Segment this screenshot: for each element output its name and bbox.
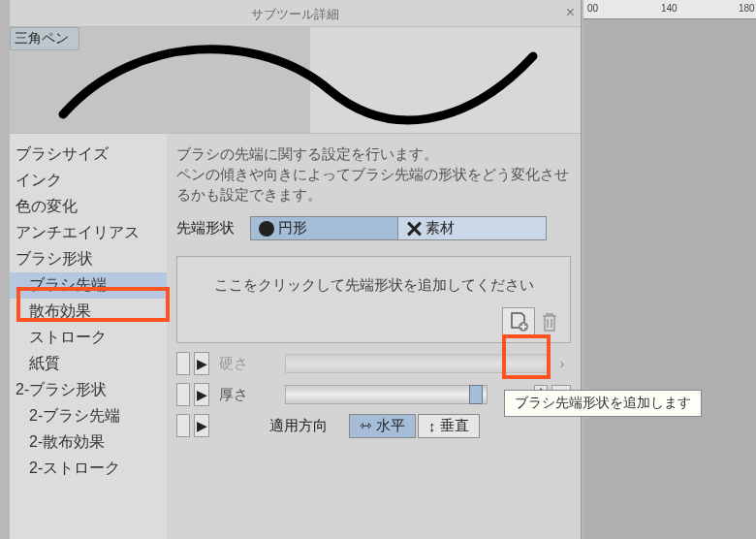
thickness-label: 厚さ: [213, 386, 281, 404]
thickness-toggle[interactable]: [176, 383, 190, 406]
slider-thumb[interactable]: [469, 385, 483, 404]
ruler-tick: 140: [661, 3, 677, 14]
category-sidebar: ブラシサイズ インク 色の変化 アンチエイリアス ブラシ形状 ブラシ先端 散布効…: [10, 134, 167, 539]
material-x-icon: [406, 221, 422, 237]
hardness-slider[interactable]: [285, 354, 550, 373]
brush-preview-area: 三角ペン: [10, 27, 581, 134]
subtool-detail-dialog: サブツール詳細 × 三角ペン ブラシサイズ インク 色の変化 アンチエイリアス …: [10, 0, 582, 539]
sidebar-item-brushtip2[interactable]: 2-ブラシ先端: [10, 403, 167, 429]
direction-label: 適用方向: [269, 417, 347, 435]
settings-main-panel: ブラシの先端に関する設定を行います。 ペンの傾きや向きによってブラシ先端の形状を…: [167, 134, 581, 539]
tip-shape-segmented: 円形 素材: [250, 216, 547, 240]
ruler-tick: 00: [587, 3, 598, 14]
sidebar-item-stroke[interactable]: ストローク: [10, 325, 167, 351]
sidebar-item-brushshape2[interactable]: 2-ブラシ形状: [10, 377, 167, 403]
horizontal-icon: ⇿: [360, 417, 372, 434]
tip-shape-material-label: 素材: [425, 219, 455, 238]
canvas-area[interactable]: [583, 19, 756, 539]
direction-toggle[interactable]: [176, 414, 190, 437]
sidebar-item-ink[interactable]: インク: [10, 168, 167, 194]
add-tip-shape-area[interactable]: ここをクリックして先端形状を追加してください: [176, 256, 571, 343]
vertical-icon: ↕: [428, 418, 436, 434]
hardness-label: 硬さ: [213, 355, 281, 373]
sidebar-item-scatter2[interactable]: 2-散布効果: [10, 429, 167, 456]
trash-icon[interactable]: [541, 311, 558, 333]
direction-vertical-label: 垂直: [440, 417, 469, 435]
tip-shape-row: 先端形状 円形 素材: [176, 216, 571, 240]
direction-expand[interactable]: ▶: [194, 414, 209, 437]
add-tip-shape-button[interactable]: [502, 307, 535, 336]
tip-shape-label: 先端形状: [176, 219, 250, 238]
sidebar-item-brushshape[interactable]: ブラシ形状: [10, 246, 167, 272]
dialog-title: サブツール詳細: [251, 7, 339, 21]
tip-shape-circle-button[interactable]: 円形: [251, 217, 398, 239]
direction-vertical-button[interactable]: ↕ 垂直: [418, 414, 480, 438]
sidebar-item-antialias[interactable]: アンチエイリアス: [10, 220, 167, 246]
hardness-more-icon[interactable]: ›: [553, 356, 571, 371]
direction-horizontal-label: 水平: [376, 417, 405, 435]
sidebar-item-paper[interactable]: 紙質: [10, 351, 167, 377]
tooltip: ブラシ先端形状を追加します: [504, 390, 702, 417]
hardness-expand[interactable]: ▶: [194, 352, 209, 375]
direction-horizontal-button[interactable]: ⇿ 水平: [349, 414, 416, 438]
add-page-icon: [508, 311, 529, 333]
sidebar-item-scatter[interactable]: 散布効果: [10, 299, 167, 325]
tip-shape-circle-label: 円形: [278, 219, 307, 238]
circle-icon: [259, 221, 274, 237]
ruler-tick: 180: [739, 3, 755, 14]
thickness-expand[interactable]: ▶: [194, 383, 209, 406]
canvas-ruler: 00 140 180: [583, 0, 756, 19]
dialog-titlebar[interactable]: サブツール詳細 ×: [10, 0, 581, 27]
thickness-slider[interactable]: [285, 385, 488, 404]
brush-stroke-preview: [48, 37, 543, 129]
panel-description: ブラシの先端に関する設定を行います。 ペンの傾きや向きによってブラシ先端の形状を…: [176, 143, 571, 205]
add-tip-shape-text: ここをクリックして先端形状を追加してください: [189, 276, 558, 295]
sidebar-item-brushsize[interactable]: ブラシサイズ: [10, 142, 167, 168]
sidebar-item-brushtip[interactable]: ブラシ先端: [10, 272, 167, 299]
sidebar-item-stroke2[interactable]: 2-ストローク: [10, 456, 167, 482]
tip-shape-material-button[interactable]: 素材: [398, 217, 546, 239]
sidebar-item-colorchange[interactable]: 色の変化: [10, 194, 167, 220]
close-icon[interactable]: ×: [566, 4, 575, 21]
hardness-row: ▶ 硬さ ›: [176, 349, 571, 378]
hardness-toggle[interactable]: [176, 352, 190, 375]
